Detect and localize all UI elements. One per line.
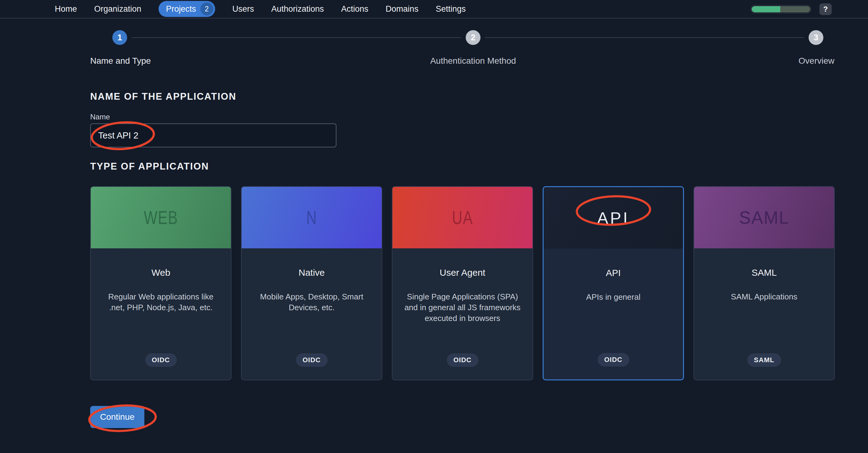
card-header-native: N [242,187,382,248]
card-header-letters: N [306,207,317,228]
nav-right-group: ? [750,0,832,19]
card-header-user-agent: UA [393,187,532,248]
nav-left-group: Home Organization Projects 2 Users Autho… [55,1,466,17]
step-circle-2[interactable]: 2 [466,30,480,45]
step-label-authentication-method: Authentication Method [411,56,535,66]
card-description: SAML Applications [694,291,834,302]
quota-progress-fill [752,6,780,12]
card-title: Web [91,267,231,278]
app-type-card-api[interactable]: API API APIs in general OIDC [542,186,684,380]
card-header-letters: WEB [144,207,178,228]
card-title: API [544,268,683,278]
card-header-letters: SAML [739,207,789,228]
application-name-input[interactable] [90,123,336,148]
card-description: Single Page Applications (SPA) and in ge… [393,291,532,324]
app-type-card-web[interactable]: WEB Web Regular Web applications like .n… [90,186,231,380]
card-protocol-badge: OIDC [446,353,478,367]
nav-item-home[interactable]: Home [55,4,77,14]
nav-item-users[interactable]: Users [232,4,254,14]
quota-progress-bar [750,5,811,13]
app-type-card-saml[interactable]: SAML SAML SAML Applications SAML [693,186,835,380]
card-description: Mobile Apps, Desktop, Smart Devices, etc… [242,291,382,313]
card-description: Regular Web applications like .net, PHP,… [91,291,231,313]
help-button[interactable]: ? [819,3,832,15]
type-section-heading: TYPE OF APPLICATION [90,161,209,172]
nav-item-actions[interactable]: Actions [341,4,368,14]
stepper-connector-1 [132,37,461,38]
top-navbar: Home Organization Projects 2 Users Autho… [0,0,868,19]
card-title: User Agent [393,267,532,278]
step-circle-3[interactable]: 3 [809,30,824,45]
step-label-name-and-type: Name and Type [90,56,151,66]
nav-item-domains[interactable]: Domains [386,4,418,14]
card-protocol-badge: SAML [747,353,781,367]
application-type-cards: WEB Web Regular Web applications like .n… [90,186,835,380]
nav-item-organization[interactable]: Organization [94,4,141,14]
app-type-card-user-agent[interactable]: UA User Agent Single Page Applications (… [392,186,533,380]
card-protocol-badge: OIDC [145,353,177,367]
card-protocol-badge: OIDC [296,353,328,367]
card-header-api: API [544,187,683,249]
nav-item-projects[interactable]: Projects 2 [158,1,215,17]
card-description: APIs in general [544,292,683,302]
app-type-card-native[interactable]: N Native Mobile Apps, Desktop, Smart Dev… [241,186,382,380]
projects-count-badge: 2 [200,2,213,15]
name-field-label: Name [90,112,110,121]
continue-button[interactable]: Continue [90,406,144,428]
card-protocol-badge: OIDC [597,353,629,366]
card-title: SAML [694,267,834,278]
step-label-overview: Overview [757,56,834,66]
nav-item-settings[interactable]: Settings [436,4,466,14]
nav-projects-label: Projects [166,4,196,14]
card-header-saml: SAML [694,187,834,248]
question-mark-icon: ? [824,5,828,13]
card-header-letters: UA [452,207,473,228]
card-title: Native [242,267,382,278]
name-section-heading: NAME OF THE APPLICATION [90,91,237,102]
step-circle-1[interactable]: 1 [112,30,127,45]
stepper-connector-2 [485,37,804,38]
card-header-letters: API [597,208,629,227]
card-header-web: WEB [91,187,231,248]
app-screen: Home Organization Projects 2 Users Autho… [0,0,868,453]
nav-item-authorizations[interactable]: Authorizations [271,4,324,14]
